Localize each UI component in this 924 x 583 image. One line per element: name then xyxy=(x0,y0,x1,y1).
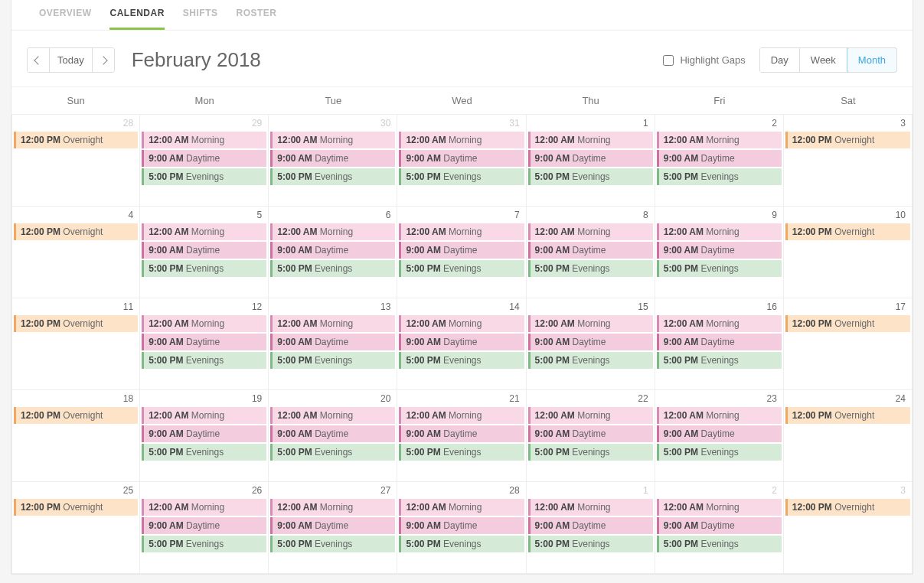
event-evenings[interactable]: 5:00 PM Evenings xyxy=(270,260,395,277)
calendar-cell[interactable]: 312:00 PM Overnight xyxy=(784,482,913,574)
calendar-cell[interactable]: 2512:00 PM Overnight xyxy=(11,482,140,574)
event-daytime[interactable]: 9:00 AM Daytime xyxy=(399,334,524,350)
event-daytime[interactable]: 9:00 AM Daytime xyxy=(528,517,653,534)
event-morning[interactable]: 12:00 AM Morning xyxy=(399,132,524,148)
calendar-cell[interactable]: 1512:00 AM Morning9:00 AM Daytime5:00 PM… xyxy=(527,298,655,390)
event-overnight[interactable]: 12:00 PM Overnight xyxy=(785,315,910,332)
event-evenings[interactable]: 5:00 PM Evenings xyxy=(528,260,653,277)
event-daytime[interactable]: 9:00 AM Daytime xyxy=(657,425,782,442)
event-evenings[interactable]: 5:00 PM Evenings xyxy=(528,168,653,185)
event-overnight[interactable]: 12:00 PM Overnight xyxy=(14,407,138,424)
event-daytime[interactable]: 9:00 AM Daytime xyxy=(142,242,266,259)
event-morning[interactable]: 12:00 AM Morning xyxy=(142,315,266,332)
event-evenings[interactable]: 5:00 PM Evenings xyxy=(528,536,653,552)
event-morning[interactable]: 12:00 AM Morning xyxy=(270,499,395,516)
event-evenings[interactable]: 5:00 PM Evenings xyxy=(528,444,653,461)
calendar-cell[interactable]: 2912:00 AM Morning9:00 AM Daytime5:00 PM… xyxy=(140,115,269,207)
calendar-cell[interactable]: 1312:00 AM Morning9:00 AM Daytime5:00 PM… xyxy=(269,298,397,390)
calendar-cell[interactable]: 912:00 AM Morning9:00 AM Daytime5:00 PM … xyxy=(655,207,784,298)
event-daytime[interactable]: 9:00 AM Daytime xyxy=(399,425,524,442)
event-overnight[interactable]: 12:00 PM Overnight xyxy=(785,132,910,148)
event-evenings[interactable]: 5:00 PM Evenings xyxy=(399,536,524,552)
calendar-cell[interactable]: 412:00 PM Overnight xyxy=(11,207,140,298)
event-morning[interactable]: 12:00 AM Morning xyxy=(528,315,653,332)
calendar-cell[interactable]: 1412:00 AM Morning9:00 AM Daytime5:00 PM… xyxy=(397,298,526,390)
today-button[interactable]: Today xyxy=(50,48,93,72)
event-morning[interactable]: 12:00 AM Morning xyxy=(142,223,266,240)
calendar-cell[interactable]: 112:00 AM Morning9:00 AM Daytime5:00 PM … xyxy=(527,482,655,574)
event-evenings[interactable]: 5:00 PM Evenings xyxy=(270,168,395,185)
event-daytime[interactable]: 9:00 AM Daytime xyxy=(142,334,266,350)
event-daytime[interactable]: 9:00 AM Daytime xyxy=(528,334,653,350)
event-evenings[interactable]: 5:00 PM Evenings xyxy=(270,444,395,461)
event-daytime[interactable]: 9:00 AM Daytime xyxy=(142,425,266,442)
calendar-cell[interactable]: 112:00 AM Morning9:00 AM Daytime5:00 PM … xyxy=(527,115,655,207)
event-morning[interactable]: 12:00 AM Morning xyxy=(657,132,782,148)
event-morning[interactable]: 12:00 AM Morning xyxy=(142,499,266,516)
highlight-gaps-checkbox[interactable] xyxy=(663,55,674,66)
calendar-cell[interactable]: 1012:00 PM Overnight xyxy=(784,207,913,298)
event-morning[interactable]: 12:00 AM Morning xyxy=(270,315,395,332)
tab-shifts[interactable]: SHIFTS xyxy=(183,8,218,30)
event-evenings[interactable]: 5:00 PM Evenings xyxy=(142,260,266,277)
event-evenings[interactable]: 5:00 PM Evenings xyxy=(657,260,782,277)
event-morning[interactable]: 12:00 AM Morning xyxy=(142,407,266,424)
calendar-cell[interactable]: 312:00 PM Overnight xyxy=(784,115,913,207)
calendar-cell[interactable]: 2712:00 AM Morning9:00 AM Daytime5:00 PM… xyxy=(269,482,397,574)
event-daytime[interactable]: 9:00 AM Daytime xyxy=(657,517,782,534)
calendar-cell[interactable]: 1812:00 PM Overnight xyxy=(11,390,140,482)
calendar-cell[interactable]: 812:00 AM Morning9:00 AM Daytime5:00 PM … xyxy=(527,207,655,298)
event-overnight[interactable]: 12:00 PM Overnight xyxy=(785,223,910,240)
calendar-cell[interactable]: 2412:00 PM Overnight xyxy=(784,390,913,482)
event-evenings[interactable]: 5:00 PM Evenings xyxy=(657,444,782,461)
view-month-button[interactable]: Month xyxy=(847,47,897,73)
event-evenings[interactable]: 5:00 PM Evenings xyxy=(142,536,266,552)
calendar-cell[interactable]: 1612:00 AM Morning9:00 AM Daytime5:00 PM… xyxy=(655,298,784,390)
calendar-cell[interactable]: 2812:00 PM Overnight xyxy=(11,115,140,207)
event-daytime[interactable]: 9:00 AM Daytime xyxy=(528,242,653,259)
event-morning[interactable]: 12:00 AM Morning xyxy=(528,499,653,516)
calendar-cell[interactable]: 712:00 AM Morning9:00 AM Daytime5:00 PM … xyxy=(397,207,526,298)
event-morning[interactable]: 12:00 AM Morning xyxy=(399,223,524,240)
event-overnight[interactable]: 12:00 PM Overnight xyxy=(14,132,138,148)
event-daytime[interactable]: 9:00 AM Daytime xyxy=(270,242,395,259)
tab-overview[interactable]: OVERVIEW xyxy=(39,8,91,30)
event-evenings[interactable]: 5:00 PM Evenings xyxy=(399,444,524,461)
event-overnight[interactable]: 12:00 PM Overnight xyxy=(785,499,910,516)
event-evenings[interactable]: 5:00 PM Evenings xyxy=(270,352,395,369)
calendar-cell[interactable]: 612:00 AM Morning9:00 AM Daytime5:00 PM … xyxy=(269,207,397,298)
event-overnight[interactable]: 12:00 PM Overnight xyxy=(14,315,138,332)
calendar-cell[interactable]: 1112:00 PM Overnight xyxy=(11,298,140,390)
calendar-cell[interactable]: 2112:00 AM Morning9:00 AM Daytime5:00 PM… xyxy=(397,390,526,482)
event-morning[interactable]: 12:00 AM Morning xyxy=(528,223,653,240)
event-evenings[interactable]: 5:00 PM Evenings xyxy=(142,168,266,185)
event-morning[interactable]: 12:00 AM Morning xyxy=(399,407,524,424)
event-evenings[interactable]: 5:00 PM Evenings xyxy=(399,352,524,369)
event-morning[interactable]: 12:00 AM Morning xyxy=(270,223,395,240)
event-morning[interactable]: 12:00 AM Morning xyxy=(657,407,782,424)
next-button[interactable] xyxy=(93,48,114,72)
calendar-cell[interactable]: 1712:00 PM Overnight xyxy=(784,298,913,390)
event-evenings[interactable]: 5:00 PM Evenings xyxy=(399,168,524,185)
event-overnight[interactable]: 12:00 PM Overnight xyxy=(14,223,138,240)
event-daytime[interactable]: 9:00 AM Daytime xyxy=(657,242,782,259)
view-day-button[interactable]: Day xyxy=(760,48,800,72)
calendar-cell[interactable]: 2312:00 AM Morning9:00 AM Daytime5:00 PM… xyxy=(655,390,784,482)
event-daytime[interactable]: 9:00 AM Daytime xyxy=(399,242,524,259)
event-morning[interactable]: 12:00 AM Morning xyxy=(142,132,266,148)
event-morning[interactable]: 12:00 AM Morning xyxy=(399,315,524,332)
calendar-cell[interactable]: 212:00 AM Morning9:00 AM Daytime5:00 PM … xyxy=(655,115,784,207)
event-daytime[interactable]: 9:00 AM Daytime xyxy=(142,150,266,167)
event-daytime[interactable]: 9:00 AM Daytime xyxy=(270,517,395,534)
event-overnight[interactable]: 12:00 PM Overnight xyxy=(785,407,910,424)
event-morning[interactable]: 12:00 AM Morning xyxy=(270,132,395,148)
calendar-cell[interactable]: 1212:00 AM Morning9:00 AM Daytime5:00 PM… xyxy=(140,298,269,390)
calendar-cell[interactable]: 2012:00 AM Morning9:00 AM Daytime5:00 PM… xyxy=(269,390,397,482)
calendar-cell[interactable]: 212:00 AM Morning9:00 AM Daytime5:00 PM … xyxy=(655,482,784,574)
event-evenings[interactable]: 5:00 PM Evenings xyxy=(142,352,266,369)
event-daytime[interactable]: 9:00 AM Daytime xyxy=(270,334,395,350)
calendar-cell[interactable]: 3112:00 AM Morning9:00 AM Daytime5:00 PM… xyxy=(397,115,526,207)
event-morning[interactable]: 12:00 AM Morning xyxy=(528,132,653,148)
view-week-button[interactable]: Week xyxy=(800,48,847,72)
event-morning[interactable]: 12:00 AM Morning xyxy=(657,223,782,240)
